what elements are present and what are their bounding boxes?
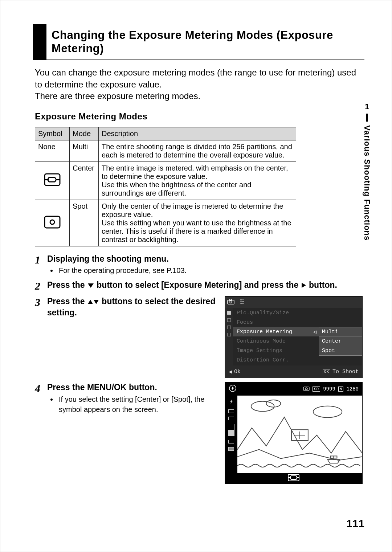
center-weighted-icon	[287, 474, 300, 483]
menu-scroll-indicator	[225, 308, 233, 365]
menu-tabs	[225, 297, 362, 308]
svg-marker-27	[290, 476, 297, 479]
step-title: Displaying the shooting menu.	[47, 254, 363, 264]
flash-auto-icon	[229, 384, 237, 394]
up-down-arrow-icon	[87, 297, 99, 307]
menu-item: Image Settings	[233, 346, 319, 355]
mode-multi: Multi	[70, 140, 99, 161]
menu-option: Spot	[319, 346, 362, 355]
col-mode: Mode	[70, 127, 99, 140]
svg-marker-3	[48, 177, 56, 182]
symbol-none: None	[35, 140, 70, 161]
ok-badge: OK	[323, 369, 330, 374]
shots-remaining: 9999	[323, 386, 335, 392]
menu-screenshot: Pic.Quality/Size Focus Exposure Metering…	[225, 296, 363, 378]
settings-tab-icon	[239, 299, 245, 306]
size-badge: N	[338, 387, 344, 392]
col-symbol: Symbol	[35, 127, 70, 140]
step-number: 3	[35, 296, 47, 378]
col-desc: Description	[99, 127, 296, 140]
step-title: Press the button to select [Exposure Met…	[47, 280, 363, 291]
subsection-heading: Exposure Metering Modes	[35, 111, 363, 122]
step-title: Press the MENU/OK button.	[47, 382, 217, 393]
menu-option: Multi	[319, 327, 362, 337]
sd-badge: SD	[313, 387, 320, 392]
camera-small-icon	[303, 386, 310, 392]
step-bullet: For the operating procedure, see P.103.	[57, 265, 363, 275]
svg-point-18	[241, 303, 242, 304]
menu-footer: ◀ Ok OK To Shoot	[225, 365, 362, 378]
chapter-number: 1	[362, 102, 372, 111]
menu-option: Center	[319, 337, 362, 346]
table-row: Center The entire image is metered, with…	[35, 161, 296, 200]
chapter-label: Various Shooting Functions	[362, 125, 372, 241]
table-row: Spot Only the center of the image is met…	[35, 200, 296, 246]
desc-center: The entire image is metered, with emphas…	[99, 161, 296, 200]
liveview-exposure-bar	[225, 396, 237, 473]
liveview-screenshot: SD 9999 N 1280	[225, 382, 363, 484]
menu-item-selected: Exposure Metering ◁	[233, 327, 319, 336]
liveview-topbar: SD 9999 N 1280	[225, 383, 362, 396]
desc-spot: Only the center of the image is metered …	[99, 200, 296, 246]
step-title: Press the buttons to select the desired …	[47, 296, 217, 378]
left-pointer-icon: ◁	[313, 328, 317, 335]
svg-point-12	[230, 301, 232, 303]
spot-icon	[44, 216, 61, 230]
svg-marker-8	[88, 300, 93, 304]
step-number: 1	[35, 254, 47, 276]
step-2: 2 Press the button to select [Exposure M…	[35, 280, 363, 292]
step-number: 4	[35, 382, 47, 484]
svg-marker-23	[230, 400, 233, 404]
step-number: 2	[35, 280, 47, 292]
table-row: None Multi The entire shooting range is …	[35, 140, 296, 161]
menu-items: Pic.Quality/Size Focus Exposure Metering…	[233, 308, 319, 365]
step-bullet: If you select the setting [Center] or [S…	[57, 394, 217, 414]
menu-item: Distortion Corr.	[233, 355, 319, 365]
svg-rect-4	[45, 216, 60, 228]
camera-tab-icon	[227, 299, 234, 306]
page-number: 111	[346, 518, 364, 530]
steps-list: 1 Displaying the shooting menu. For the …	[35, 254, 363, 484]
mode-center: Center	[70, 161, 99, 200]
left-arrow-icon: ◀	[229, 368, 232, 375]
mode-spot: Spot	[70, 200, 99, 246]
liveview-bottombar	[225, 473, 362, 483]
svg-point-5	[50, 220, 54, 224]
down-arrow-icon	[87, 281, 94, 291]
manual-page: Changing the Exposure Metering Modes (Ex…	[0, 0, 392, 552]
liveview-scene-illustration	[237, 396, 362, 473]
desc-multi: The entire shooting range is divided int…	[99, 140, 296, 161]
flash-small-icon	[229, 399, 234, 406]
symbol-center	[35, 161, 70, 200]
section-title: Changing the Exposure Metering Modes (Ex…	[46, 24, 364, 60]
intro-text: You can change the exposure metering mod…	[35, 67, 363, 102]
section-title-row: Changing the Exposure Metering Modes (Ex…	[33, 24, 364, 60]
title-block-decoration	[33, 24, 46, 60]
exposure-modes-table: Symbol Mode Description None Multi The e…	[35, 127, 296, 246]
svg-marker-6	[88, 283, 94, 288]
side-chapter-tab: 1 Various Shooting Functions	[362, 102, 372, 241]
center-weighted-icon	[44, 173, 61, 188]
svg-point-14	[240, 299, 242, 300]
step-1: 1 Displaying the shooting menu. For the …	[35, 254, 363, 276]
symbol-spot	[35, 200, 70, 246]
step-4: 4 Press the MENU/OK button. If you selec…	[35, 382, 363, 484]
menu-item: Continuous Mode	[233, 336, 319, 346]
svg-marker-9	[94, 300, 99, 304]
chapter-divider	[366, 114, 368, 122]
menu-item: Focus	[233, 318, 319, 327]
menu-item: Pic.Quality/Size	[233, 308, 319, 318]
step-3: 3 Press the buttons to select the desire…	[35, 296, 363, 378]
right-arrow-icon	[301, 281, 307, 291]
svg-point-22	[305, 388, 307, 390]
svg-rect-11	[229, 299, 232, 300]
svg-marker-7	[302, 283, 306, 288]
menu-options-popup: Multi Center Spot	[319, 327, 362, 356]
svg-point-16	[242, 301, 244, 302]
image-size: 1280	[346, 386, 359, 392]
svg-marker-20	[232, 386, 234, 391]
